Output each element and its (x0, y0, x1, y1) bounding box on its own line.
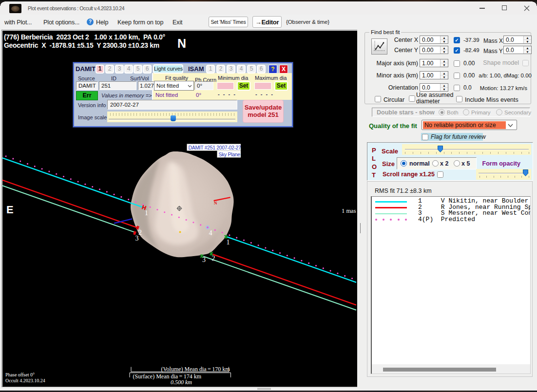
svg-text:0.500 km: 0.500 km (171, 379, 192, 386)
svg-text:(776) Berbericia 2023 Oct 2: (776) Berbericia 2023 Oct 2 1.00 x 1.00 … (4, 33, 165, 41)
svg-text:Occult 4.2023.10.24: Occult 4.2023.10.24 (5, 378, 45, 383)
svg-text:1: 1 (227, 239, 230, 246)
svg-text:Geocentric X -1878.91 ±5.15: Geocentric X -1878.91 ±5.15 Y 2300.30 ±1… (4, 41, 159, 49)
svg-text:1 mas: 1 mas (342, 207, 356, 214)
svg-text:2: 2 (212, 255, 215, 262)
svg-text:4: 4 (209, 229, 212, 237)
svg-text:E: E (6, 204, 14, 216)
svg-text:N: N (177, 37, 186, 50)
svg-text:DAMIT #251 2007-02-27: DAMIT #251 2007-02-27 (189, 145, 242, 150)
svg-text:Phase offset 0°: Phase offset 0° (5, 372, 35, 377)
svg-text:3: 3 (135, 235, 139, 242)
svg-text:Sky Plane: Sky Plane (219, 151, 241, 157)
svg-text:3: 3 (202, 256, 206, 263)
svg-text:2: 2 (138, 229, 142, 236)
svg-text:N: N (214, 201, 217, 205)
svg-text:(Volume) Mean dia = 170 km: (Volume) Mean dia = 170 km (161, 366, 230, 373)
svg-text:1: 1 (145, 209, 148, 217)
